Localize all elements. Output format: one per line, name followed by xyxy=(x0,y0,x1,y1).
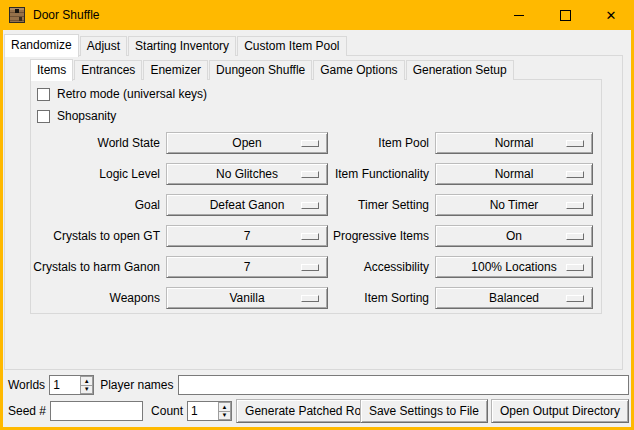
worlds-label: Worlds xyxy=(8,378,45,392)
options-column-right: Item Pool Normal Item Functionality Norm… xyxy=(253,132,593,318)
retro-mode-label: Retro mode (universal keys) xyxy=(57,87,207,101)
shopsanity-row: Shopsanity xyxy=(37,109,116,123)
goal-label: Goal xyxy=(3,198,160,212)
close-icon: ✕ xyxy=(606,9,617,22)
timer-setting-row: Timer Setting No Timer xyxy=(253,194,593,216)
accessibility-label: Accessibility xyxy=(253,260,429,274)
progressive-items-row: Progressive Items On xyxy=(253,225,593,247)
arrow-down-icon: ▼ xyxy=(222,412,228,418)
crystals-ganon-label: Crystals to harm Ganon xyxy=(3,260,160,274)
tab-custom-item-pool[interactable]: Custom Item Pool xyxy=(237,36,346,56)
shopsanity-checkbox[interactable] xyxy=(37,110,50,123)
main-tab-bar: Randomize Adjust Starting Inventory Cust… xyxy=(4,33,348,56)
dropdown-indicator-icon xyxy=(566,171,584,178)
tab-starting-inventory[interactable]: Starting Inventory xyxy=(128,36,236,56)
tab-entrances[interactable]: Entrances xyxy=(74,60,142,80)
seed-label: Seed # xyxy=(8,404,46,418)
dropdown-indicator-icon xyxy=(566,295,584,302)
crystals-gt-value: 7 xyxy=(244,229,251,243)
item-sorting-row: Item Sorting Balanced xyxy=(253,287,593,309)
timer-setting-label: Timer Setting xyxy=(253,198,429,212)
output-buttons: Save Settings to File Open Output Direct… xyxy=(360,399,629,423)
weapons-label: Weapons xyxy=(3,291,160,305)
item-pool-dropdown[interactable]: Normal xyxy=(435,132,593,154)
arrow-down-icon: ▼ xyxy=(84,386,90,392)
worlds-input[interactable] xyxy=(50,376,80,394)
maximize-icon xyxy=(560,10,571,21)
tab-randomize[interactable]: Randomize xyxy=(4,34,79,57)
dropdown-indicator-icon xyxy=(566,233,584,240)
player-names-input[interactable] xyxy=(178,375,630,395)
accessibility-row: Accessibility 100% Locations xyxy=(253,256,593,278)
arrow-up-icon: ▲ xyxy=(84,378,90,384)
open-output-directory-button[interactable]: Open Output Directory xyxy=(491,399,629,423)
dropdown-indicator-icon xyxy=(566,202,584,209)
worlds-spin-buttons: ▲ ▼ xyxy=(80,376,93,394)
seed-input[interactable] xyxy=(50,401,143,421)
item-sorting-label: Item Sorting xyxy=(253,291,429,305)
spin-down-button[interactable]: ▼ xyxy=(218,411,231,421)
tab-generation-setup[interactable]: Generation Setup xyxy=(406,60,514,80)
item-sorting-value: Balanced xyxy=(489,291,539,305)
item-pool-value: Normal xyxy=(495,136,534,150)
spin-down-button[interactable]: ▼ xyxy=(80,385,93,395)
tab-game-options[interactable]: Game Options xyxy=(313,60,404,80)
spin-up-button[interactable]: ▲ xyxy=(80,376,93,385)
count-spin-buttons: ▲ ▼ xyxy=(218,402,231,420)
shopsanity-label: Shopsanity xyxy=(57,109,116,123)
tab-dungeon-shuffle[interactable]: Dungeon Shuffle xyxy=(209,60,312,80)
dropdown-indicator-icon xyxy=(566,140,584,147)
item-functionality-value: Normal xyxy=(495,167,534,181)
save-settings-button[interactable]: Save Settings to File xyxy=(360,399,488,423)
tab-adjust[interactable]: Adjust xyxy=(80,36,127,56)
progressive-items-label: Progressive Items xyxy=(253,229,429,243)
world-state-label: World State xyxy=(3,136,160,150)
worlds-row: Worlds ▲ ▼ Player names xyxy=(8,375,629,395)
door-icon xyxy=(9,7,25,23)
minimize-icon xyxy=(514,15,524,16)
timer-setting-dropdown[interactable]: No Timer xyxy=(435,194,593,216)
worlds-spinner: ▲ ▼ xyxy=(49,375,94,395)
window-controls: ✕ xyxy=(496,0,634,30)
item-functionality-dropdown[interactable]: Normal xyxy=(435,163,593,185)
item-functionality-row: Item Functionality Normal xyxy=(253,163,593,185)
progressive-items-value: On xyxy=(506,229,522,243)
retro-mode-row: Retro mode (universal keys) xyxy=(37,87,207,101)
sub-tab-bar: Items Entrances Enemizer Dungeon Shuffle… xyxy=(30,58,515,80)
titlebar: Door Shuffle ✕ xyxy=(0,0,634,30)
count-spinner: ▲ ▼ xyxy=(187,401,232,421)
crystals-ganon-value: 7 xyxy=(244,260,251,274)
accessibility-dropdown[interactable]: 100% Locations xyxy=(435,256,593,278)
close-button[interactable]: ✕ xyxy=(588,0,634,30)
item-sorting-dropdown[interactable]: Balanced xyxy=(435,287,593,309)
item-pool-row: Item Pool Normal xyxy=(253,132,593,154)
accessibility-value: 100% Locations xyxy=(471,260,556,274)
tab-enemizer[interactable]: Enemizer xyxy=(143,60,208,80)
generate-patched-rom-button[interactable]: Generate Patched Rom xyxy=(236,399,380,423)
door-shuffle-window: Door Shuffle ✕ Randomize Adjust Starting… xyxy=(0,0,634,430)
maximize-button[interactable] xyxy=(542,0,588,30)
window-body: Randomize Adjust Starting Inventory Cust… xyxy=(3,30,631,427)
player-names-label: Player names xyxy=(100,378,173,392)
tab-items[interactable]: Items xyxy=(30,59,73,81)
retro-mode-checkbox[interactable] xyxy=(37,88,50,101)
arrow-up-icon: ▲ xyxy=(222,404,228,410)
dropdown-indicator-icon xyxy=(566,264,584,271)
window-title: Door Shuffle xyxy=(33,8,100,22)
spin-up-button[interactable]: ▲ xyxy=(218,402,231,411)
count-input[interactable] xyxy=(188,402,218,420)
item-functionality-label: Item Functionality xyxy=(253,167,429,181)
timer-setting-value: No Timer xyxy=(490,198,539,212)
item-pool-label: Item Pool xyxy=(253,136,429,150)
crystals-gt-label: Crystals to open GT xyxy=(3,229,160,243)
count-label: Count xyxy=(151,404,183,418)
seed-row: Seed # Count ▲ ▼ Generate Patched Rom xyxy=(8,399,380,423)
logic-level-label: Logic Level xyxy=(3,167,160,181)
minimize-button[interactable] xyxy=(496,0,542,30)
progressive-items-dropdown[interactable]: On xyxy=(435,225,593,247)
